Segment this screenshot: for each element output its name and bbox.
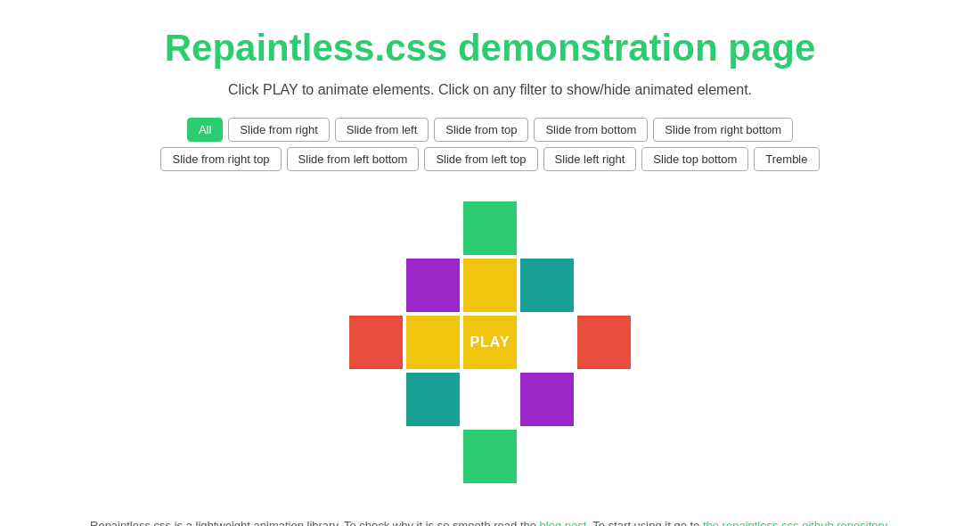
play-button[interactable]: PLAY	[463, 316, 517, 369]
filter-btn-slide-left-right[interactable]: Slide left right	[543, 147, 637, 171]
footer-text-after: .	[886, 519, 890, 526]
cell-3-4	[520, 316, 574, 369]
page-title: Repaintless.css demonstration page	[165, 27, 816, 70]
filter-btn-slide-from-right-bottom[interactable]: Slide from right bottom	[653, 118, 793, 142]
filter-btn-all[interactable]: All	[187, 118, 223, 142]
filter-btn-slide-from-bottom[interactable]: Slide from bottom	[534, 118, 648, 142]
cell-1-4	[520, 201, 574, 255]
filter-btn-slide-from-top[interactable]: Slide from top	[434, 118, 528, 142]
title-rest: demonstration page	[447, 27, 815, 69]
cell-4-2	[406, 373, 460, 426]
filter-btn-slide-from-left-bottom[interactable]: Slide from left bottom	[287, 147, 420, 171]
cell-5-1	[349, 430, 403, 483]
footer-text-middle: . To start using it go to	[586, 519, 703, 526]
cell-4-5	[577, 373, 631, 426]
cell-5-5	[577, 430, 631, 483]
filter-btn-slide-from-right[interactable]: Slide from right	[228, 118, 329, 142]
cell-5-2	[406, 430, 460, 483]
cell-3-2	[406, 316, 460, 369]
footer-text: Repaintless.css is a lightweight animati…	[90, 519, 890, 526]
cell-2-1	[349, 259, 403, 312]
filter-btn-tremble[interactable]: Tremble	[754, 147, 819, 171]
github-repo-link[interactable]: the repaintless.css github repository	[703, 519, 886, 526]
cell-5-3	[463, 430, 517, 483]
cell-4-1	[349, 373, 403, 426]
cell-3-1	[349, 316, 403, 369]
animation-grid: PLAY	[349, 201, 631, 483]
filter-btn-slide-from-right-top[interactable]: Slide from right top	[160, 147, 281, 171]
cell-4-3	[463, 373, 517, 426]
cell-1-5	[577, 201, 631, 255]
page-wrapper: Repaintless.css demonstration page Click…	[0, 0, 980, 526]
cell-2-2	[406, 259, 460, 312]
filter-btn-slide-from-left-top[interactable]: Slide from left top	[424, 147, 537, 171]
cell-2-3	[463, 259, 517, 312]
cell-1-1	[349, 201, 403, 255]
cell-2-5	[577, 259, 631, 312]
footer-text-before: Repaintless.css is a lightweight animati…	[90, 519, 540, 526]
cell-4-4	[520, 373, 574, 426]
filter-row-1: AllSlide from rightSlide from leftSlide …	[187, 118, 793, 142]
cell-3-5	[577, 316, 631, 369]
cell-1-2	[406, 201, 460, 255]
cell-5-4	[520, 430, 574, 483]
cell-2-4	[520, 259, 574, 312]
blog-post-link[interactable]: blog post	[540, 519, 587, 526]
filter-row-2: Slide from right topSlide from left bott…	[160, 147, 819, 171]
filter-btn-slide-top-bottom[interactable]: Slide top bottom	[641, 147, 748, 171]
subtitle: Click PLAY to animate elements. Click on…	[228, 82, 752, 98]
brand-name: Repaintless.css	[165, 27, 448, 69]
cell-1-3	[463, 201, 517, 255]
filter-btn-slide-from-left[interactable]: Slide from left	[335, 118, 429, 142]
